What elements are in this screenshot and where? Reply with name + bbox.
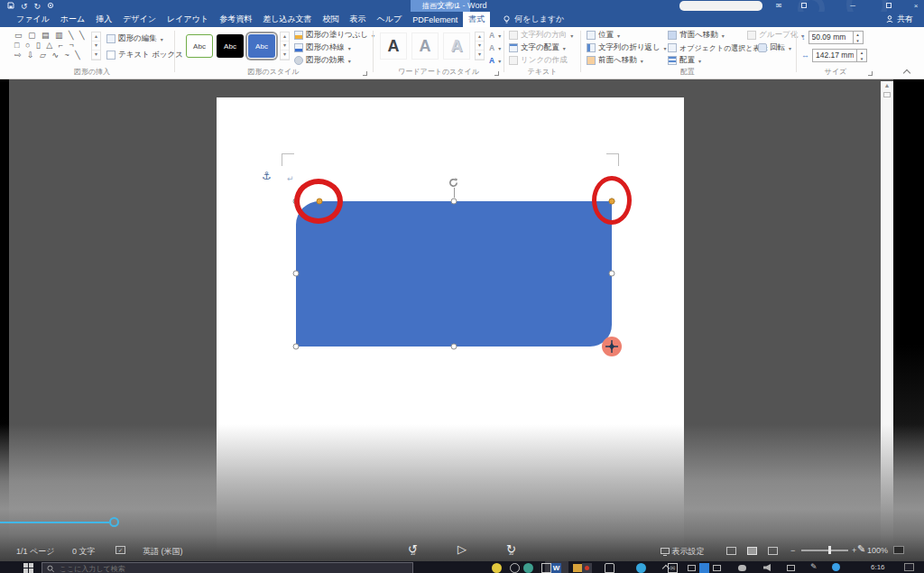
send-backward-button[interactable]: 背面へ移動▾	[668, 29, 725, 42]
align-text-button[interactable]: 文字の配置▾	[509, 42, 566, 54]
resize-handle-middle-left[interactable]	[293, 271, 300, 277]
dialog-launcher-icon[interactable]	[363, 71, 367, 76]
search-input[interactable]	[60, 565, 408, 573]
close-button[interactable]: ×	[910, 0, 922, 12]
collapse-ribbon-icon[interactable]	[903, 69, 910, 77]
zoom-in-button[interactable]: +	[852, 546, 856, 555]
tab-format-active[interactable]: 書式	[463, 12, 490, 27]
recorder-icon[interactable]	[582, 563, 592, 573]
print-layout-icon[interactable]	[747, 546, 764, 555]
shape-gallery-row[interactable]: ▭ ▢ ▤ ▥ ╲ ╲	[14, 31, 86, 41]
edit-shape-button[interactable]: 図形の編集▾	[106, 32, 163, 45]
speaker-icon[interactable]	[763, 564, 771, 571]
create-link-button[interactable]: リンクの作成	[509, 54, 568, 67]
tab-references[interactable]: 参考資料	[214, 12, 257, 27]
shape-gallery[interactable]: ▭ ▢ ▤ ▥ ╲ ╲ □ ○ ▯ △ ⌐ ¬ ⇨ ⇩ ▱ ∿ ~ ╲	[14, 31, 86, 60]
gallery-more-icon[interactable]: ▾	[281, 51, 289, 60]
scrollbar-up-icon[interactable]: ▲	[881, 81, 893, 90]
pencil-tool-icon[interactable]: ✎	[857, 543, 865, 555]
tab-home[interactable]: ホーム	[55, 12, 90, 27]
bring-forward-button[interactable]: 前面へ移動▾	[587, 54, 643, 67]
zoom-slider-thumb[interactable]	[828, 546, 831, 554]
position-button[interactable]: 位置▾	[587, 29, 620, 42]
width-spinner[interactable]: ▴▾	[857, 49, 867, 62]
rotate-button[interactable]: 回転▾	[758, 42, 791, 54]
tell-me-box[interactable]: 何をしますか	[503, 12, 564, 27]
scroll-up-icon[interactable]: ▴	[92, 32, 100, 42]
gallery-scroll-buttons[interactable]: ▴ ▾ ▾	[91, 32, 101, 60]
tab-review[interactable]: 校閲	[318, 12, 345, 27]
resize-handle-middle-right[interactable]	[609, 271, 615, 277]
tab-layout[interactable]: レイアウト	[162, 12, 214, 27]
gallery-more-icon[interactable]: ▾	[476, 51, 484, 60]
restore-button[interactable]	[882, 0, 895, 12]
height-spinner[interactable]: ▴▾	[854, 31, 864, 44]
tab-view[interactable]: 表示	[345, 12, 372, 27]
resize-handle-bottom-middle[interactable]	[451, 344, 457, 350]
zoom-slider-track[interactable]	[801, 550, 848, 551]
dialog-launcher-icon[interactable]	[494, 71, 499, 76]
display-settings-button[interactable]: 表示設定	[661, 546, 705, 558]
zoom-dialog-icon[interactable]	[893, 546, 904, 554]
edge-icon[interactable]	[636, 563, 646, 573]
video-progress-line[interactable]	[0, 522, 109, 523]
minimize-button[interactable]: ─	[846, 0, 859, 12]
wordart-sample-1[interactable]: A	[380, 32, 407, 60]
text-outline-button[interactable]: A▾	[489, 42, 501, 54]
text-effects-button[interactable]: A▾	[489, 54, 501, 67]
scroll-down-icon[interactable]: ▾	[92, 42, 100, 51]
store-icon[interactable]	[605, 563, 614, 573]
wrap-text-button[interactable]: 文字列の折り返し▾	[587, 42, 667, 54]
tab-file[interactable]: ファイル	[11, 12, 55, 27]
zoom-out-button[interactable]: −	[790, 546, 795, 555]
taskbar-search-box[interactable]	[42, 562, 413, 573]
pen-tray-icon[interactable]: ✎	[810, 562, 818, 571]
tab-design[interactable]: デザイン	[117, 12, 162, 27]
ribbon-options-icon[interactable]	[798, 0, 810, 12]
tab-pdfelement[interactable]: PDFelement	[407, 12, 463, 27]
shape-outline-button[interactable]: 図形の枠線▾	[294, 42, 351, 54]
rounded-diagonal-corner-rectangle-shape[interactable]	[296, 201, 612, 347]
scroll-down-icon[interactable]: ▾	[476, 42, 484, 51]
read-mode-icon[interactable]	[726, 546, 744, 555]
photos-icon[interactable]	[699, 563, 709, 573]
shape-fill-button[interactable]: 図形の塗りつぶし▾	[294, 29, 374, 42]
shape-style-swatch-2[interactable]: Abc	[217, 34, 244, 58]
scroll-up-icon[interactable]: ▴	[281, 32, 289, 42]
proofing-icon[interactable]: ✓	[116, 546, 125, 554]
wordart-sample-3[interactable]: A	[443, 32, 470, 60]
page-indicator[interactable]: 1/1 ページ	[16, 546, 54, 558]
teal-app-icon[interactable]	[523, 563, 533, 573]
shape-gallery-row[interactable]: □ ○ ▯ △ ⌐ ¬	[14, 41, 86, 51]
dialog-launcher-icon[interactable]	[868, 71, 873, 76]
battery-icon[interactable]	[688, 565, 696, 571]
save-icon[interactable]	[7, 2, 14, 11]
selection-pane-button[interactable]: オブジェクトの選択と表示	[668, 42, 768, 54]
rotation-handle-icon[interactable]	[448, 176, 459, 192]
video-progress-knob[interactable]	[109, 517, 119, 527]
web-layout-icon[interactable]	[768, 546, 785, 555]
ruler-toggle-icon[interactable]	[883, 92, 891, 97]
tab-insert[interactable]: 挿入	[90, 12, 117, 27]
start-button[interactable]	[23, 563, 33, 573]
redo-icon[interactable]: ↻	[34, 2, 42, 11]
zoom-level[interactable]: 100%	[867, 546, 888, 555]
shape-style-swatch-1[interactable]: Abc	[186, 34, 213, 58]
share-button[interactable]: 共有	[886, 12, 913, 27]
resize-handle-top-middle[interactable]	[451, 199, 457, 205]
resize-handle-bottom-left[interactable]	[293, 344, 300, 350]
style-gallery-scroll-buttons[interactable]: ▴ ▾ ▾	[280, 32, 290, 60]
shape-effects-button[interactable]: 図形の効果▾	[294, 54, 351, 67]
text-direction-button[interactable]: 文字列の方向▾	[509, 29, 573, 42]
language-indicator[interactable]: 英語 (米国)	[143, 546, 183, 558]
undo-icon[interactable]: ↺	[21, 2, 28, 11]
tab-help[interactable]: ヘルプ	[372, 12, 408, 27]
cortana-icon[interactable]	[510, 563, 520, 573]
network-icon[interactable]	[787, 565, 795, 571]
notification-center-icon[interactable]	[904, 563, 914, 571]
tab-mailings[interactable]: 差し込み文書	[257, 12, 317, 27]
shape-style-swatch-3-selected[interactable]: Abc	[248, 34, 275, 58]
cloud-icon[interactable]	[738, 565, 746, 571]
bluetooth-tray-icon[interactable]	[832, 563, 840, 571]
clock[interactable]: 6:16	[871, 563, 885, 571]
